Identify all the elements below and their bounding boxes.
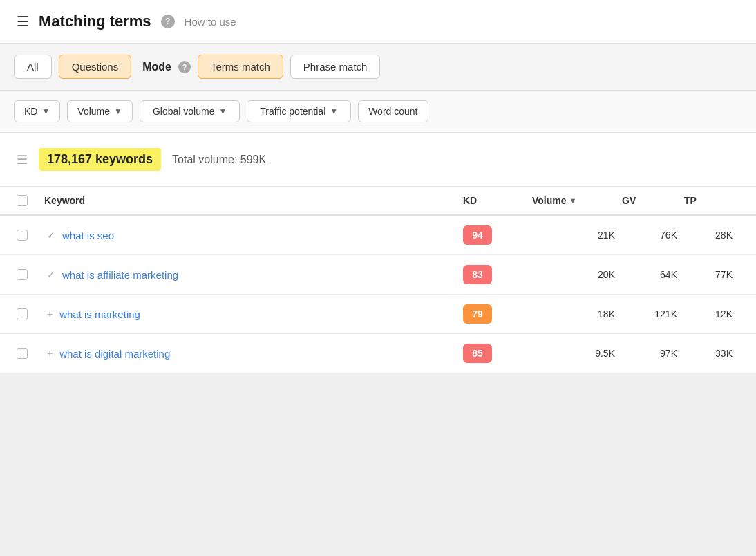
table-header-row: Keyword KD Volume ▼ GV TP [0,187,756,216]
gv-4: 97K [622,348,684,359]
tp-3: 12K [684,308,739,319]
tab-all[interactable]: All [14,55,52,79]
select-all-checkbox[interactable] [17,195,28,206]
traffic-potential-filter[interactable]: Traffic potential ▼ [247,100,351,122]
mode-help-icon[interactable]: ? [178,61,191,73]
total-volume: Total volume: 599K [172,154,266,166]
table-row: + what is digital marketing 85 9.5K 97K … [0,334,756,373]
gv-3: 121K [622,308,684,319]
word-count-filter[interactable]: Word count [358,100,428,122]
volume-1: 21K [532,230,622,241]
tp-1: 28K [684,230,739,241]
row-checkbox-3[interactable] [17,308,28,319]
page-title: Matching terms [39,12,151,30]
row-checkbox-4[interactable] [17,348,28,359]
keywords-table: Keyword KD Volume ▼ GV TP ✓ what is seo … [0,187,756,373]
col-header-tp: TP [684,195,739,206]
filter-bar: KD ▼ Volume ▼ Global volume ▼ Traffic po… [0,91,756,133]
tp-4: 33K [684,348,739,359]
global-volume-filter-arrow: ▼ [218,106,227,116]
kd-badge-4: 85 [463,344,532,363]
gv-2: 64K [622,269,684,280]
volume-4: 9.5K [532,348,622,359]
row-checkbox-2[interactable] [17,269,28,280]
kd-badge-1: 94 [463,225,532,245]
row-checkbox-1[interactable] [17,230,28,241]
tab-terms-match[interactable]: Terms match [198,55,283,79]
row-check-icon-2: ✓ [47,269,55,280]
help-icon[interactable]: ? [161,15,175,28]
header: ☰ Matching terms ? How to use [0,0,756,44]
table-row: + what is marketing 79 18K 121K 12K [0,295,756,334]
keyword-cell-3: + what is marketing [44,308,463,320]
col-header-gv: GV [622,195,684,206]
tab-bar: All Questions Mode ? Terms match Phrase … [0,44,756,91]
keyword-cell-2: ✓ what is affiliate marketing [44,269,463,281]
lines-icon: ☰ [17,152,28,167]
volume-2: 20K [532,269,622,280]
how-to-use-link[interactable]: How to use [185,16,236,28]
global-volume-filter[interactable]: Global volume ▼ [140,100,240,122]
kd-filter[interactable]: KD ▼ [14,100,60,122]
volume-sort-icon: ▼ [569,196,577,205]
keyword-link-4[interactable]: what is digital marketing [59,348,170,360]
keyword-link-3[interactable]: what is marketing [59,308,140,320]
volume-filter-arrow: ▼ [114,106,122,116]
keywords-count: 178,167 keywords [39,148,161,171]
summary-bar: ☰ 178,167 keywords Total volume: 599K [0,133,756,187]
tab-phrase-match[interactable]: Phrase match [290,55,381,79]
table-row: ✓ what is seo 94 21K 76K 28K [0,216,756,255]
row-plus-icon-3: + [47,308,53,319]
keyword-link-2[interactable]: what is affiliate marketing [62,269,178,281]
mode-label: Mode [142,61,171,73]
col-header-kd: KD [463,195,532,206]
tp-2: 77K [684,269,739,280]
keyword-link-1[interactable]: what is seo [62,230,114,241]
gv-1: 76K [622,230,684,241]
volume-3: 18K [532,308,622,319]
keyword-cell-4: + what is digital marketing [44,348,463,360]
traffic-potential-filter-arrow: ▼ [330,106,338,116]
col-header-volume[interactable]: Volume ▼ [532,195,622,206]
kd-filter-arrow: ▼ [41,106,50,116]
row-check-icon-1: ✓ [47,230,55,241]
kd-badge-2: 83 [463,265,532,284]
row-plus-icon-4: + [47,348,53,359]
col-header-keyword: Keyword [44,195,463,206]
volume-filter[interactable]: Volume ▼ [67,100,133,122]
kd-badge-3: 79 [463,304,532,324]
keyword-cell-1: ✓ what is seo [44,230,463,241]
tab-questions[interactable]: Questions [59,55,132,79]
table-row: ✓ what is affiliate marketing 83 20K 64K… [0,255,756,295]
menu-icon[interactable]: ☰ [17,13,29,30]
